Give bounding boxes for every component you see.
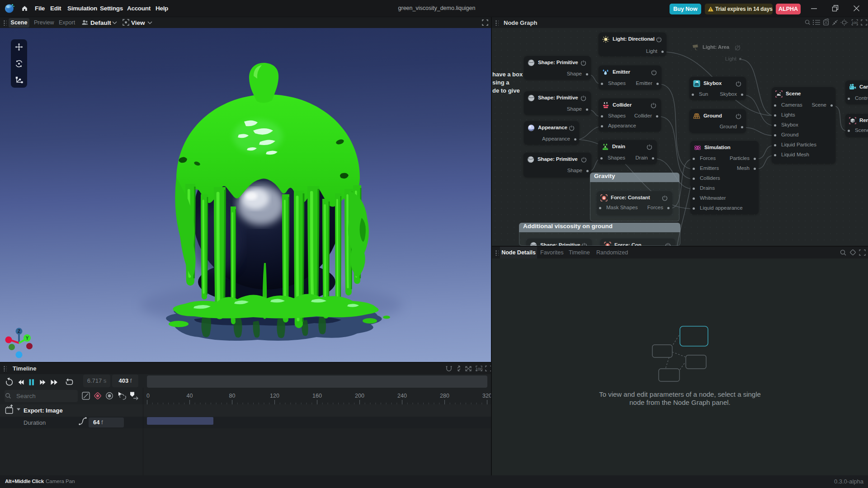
svg-text:Y: Y [26, 336, 29, 341]
svg-text:100: 100 [852, 21, 858, 25]
svg-text:Z: Z [18, 329, 20, 334]
